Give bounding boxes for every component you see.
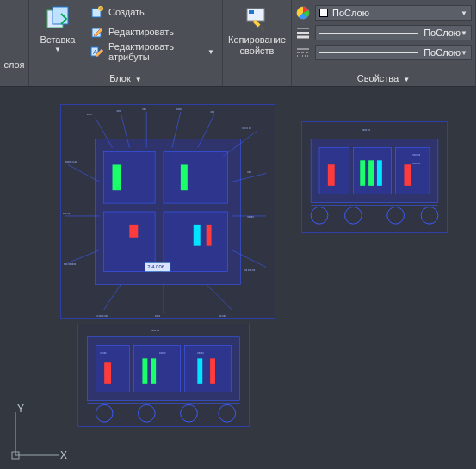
svg-text:xxxxx x-xx: xxxxx x-xx [65, 160, 77, 164]
chevron-down-icon: ▼ [205, 48, 214, 56]
svg-text:xxxx: xxxx [87, 113, 92, 116]
svg-line-35 [207, 284, 232, 310]
svg-text:xxxxxx: xxxxxx [412, 162, 420, 165]
block-body: Вставка ▼ Создать Редактировать [33, 3, 219, 71]
svg-rect-63 [377, 160, 382, 186]
edit-button[interactable]: Редактировать [86, 22, 219, 41]
insert-button[interactable]: Вставка ▼ [33, 3, 83, 71]
insert-icon [44, 5, 71, 33]
panel-clipboard: Копирование свойств [223, 0, 292, 86]
linetype-row: ПоСлою ▼ [295, 44, 472, 61]
lineweight-value: ПоСлою [423, 28, 461, 38]
svg-text:X: X [60, 449, 67, 461]
svg-text:Y: Y [17, 404, 24, 415]
svg-text:xxxxx: xxxxx [100, 351, 107, 355]
linetype-icon[interactable] [295, 45, 311, 60]
edit-attrs-label: Редактировать атрибуты [108, 41, 201, 62]
create-button[interactable]: Создать [86, 3, 219, 22]
block-panel-title[interactable]: Блок ▼ [33, 71, 219, 86]
svg-point-84 [139, 404, 156, 422]
svg-rect-77 [185, 346, 232, 392]
linetype-value: ПоСлою [423, 47, 461, 58]
edit-attrs-button[interactable]: A Редактировать атрибуты ▼ [86, 42, 219, 61]
props-panel-title[interactable]: Свойства ▼ [295, 71, 472, 86]
svg-rect-61 [360, 160, 365, 186]
svg-rect-18 [164, 152, 227, 204]
chevron-down-icon: ▼ [461, 49, 467, 57]
color-swatch [319, 9, 328, 17]
cad-drawing-side-2[interactable]: xxxx xx xxxxx xxxxx xxxxx [77, 324, 250, 427]
lineweight-preview [319, 33, 418, 34]
svg-rect-65 [404, 164, 411, 186]
svg-rect-22 [181, 164, 188, 190]
svg-line-37 [104, 284, 121, 310]
svg-text:xxx: xxx [211, 110, 215, 114]
drawing-canvas[interactable]: xxxxx x-xxxxx xx xxx xxxxxxxx xxxx xxx x… [0, 87, 476, 469]
svg-rect-81 [197, 358, 202, 384]
svg-text:xx xxxx xxx: xx xxxx xxx [96, 314, 109, 318]
create-label: Создать [108, 7, 145, 17]
svg-point-67 [345, 207, 362, 224]
chevron-down-icon: ▼ [403, 76, 410, 83]
match-props-label-2: свойств [240, 46, 275, 57]
panel-block: Вставка ▼ Создать Редактировать [29, 0, 223, 86]
svg-line-38 [68, 250, 100, 263]
svg-rect-82 [210, 358, 215, 384]
svg-rect-17 [104, 152, 156, 204]
props-body: ПоСлою ▼ ПоСлою ▼ [295, 3, 472, 71]
clip-panel-title [256, 58, 258, 72]
svg-point-83 [96, 404, 113, 422]
cad-drawing-side-1[interactable]: xxxx xx xxxxxx xxxxxx [301, 121, 448, 233]
svg-text:xxx xx: xxx xx [63, 212, 71, 215]
svg-line-40 [68, 164, 100, 182]
insert-label: Вставка [40, 34, 76, 46]
svg-text:xxx: xxx [116, 109, 121, 113]
color-wheel-icon[interactable] [295, 5, 311, 21]
svg-rect-78 [104, 362, 111, 384]
svg-text:xxxx xx: xxxx xx [362, 128, 370, 132]
block-stack: Создать Редактировать A Редактировать ат… [86, 3, 219, 71]
create-icon [90, 5, 104, 19]
layer-panel-title[interactable] [3, 71, 25, 86]
svg-rect-19 [104, 212, 156, 271]
svg-text:xxx x xx: xxx x xx [242, 127, 251, 130]
ucs-icon: X Y [7, 404, 67, 464]
svg-text:xxxxx: xxxxx [159, 351, 166, 355]
svg-rect-8 [249, 10, 254, 14]
lineweight-dropdown[interactable]: ПоСлою ▼ [315, 25, 472, 40]
svg-text:xx xxx xx: xx xxx xx [244, 268, 256, 272]
svg-text:xxx: xxx [247, 170, 251, 174]
match-properties-button[interactable]: Копирование свойств [226, 3, 288, 58]
cad-drawing-front[interactable]: xxxxx x-xxxxx xx xxx xxxxxxxx xxxx xxx x… [60, 104, 275, 319]
svg-text:xxxxx: xxxxx [247, 215, 254, 219]
svg-text:xx xxx: xx xxx [219, 314, 227, 318]
svg-point-68 [387, 207, 405, 224]
svg-rect-21 [113, 164, 121, 190]
svg-text:xxxxxx: xxxxxx [412, 153, 420, 157]
svg-point-85 [181, 404, 198, 422]
svg-rect-80 [151, 358, 156, 384]
match-props-label-1: Копирование [228, 34, 286, 46]
svg-point-69 [421, 207, 438, 224]
chevron-down-icon: ▼ [461, 29, 467, 37]
svg-rect-76 [134, 346, 181, 392]
edit-label: Редактировать [108, 27, 174, 37]
svg-point-86 [219, 404, 236, 422]
svg-rect-79 [142, 358, 147, 384]
layer-panel-label: слоя [3, 59, 25, 71]
color-dropdown[interactable]: ПоСлою ▼ [315, 5, 472, 21]
svg-rect-1 [53, 7, 68, 24]
svg-rect-62 [368, 160, 374, 186]
ribbon: слоя Вставка ▼ Создать [0, 0, 476, 87]
svg-point-66 [311, 207, 328, 224]
lineweight-icon[interactable] [295, 25, 311, 40]
panel-properties: ПоСлою ▼ ПоСлою ▼ [292, 0, 476, 86]
svg-text:xxx: xxx [142, 108, 146, 111]
linetype-dropdown[interactable]: ПоСлою ▼ [315, 45, 472, 60]
svg-rect-24 [194, 225, 201, 246]
svg-rect-23 [129, 225, 138, 238]
svg-text:xxxx: xxxx [155, 314, 160, 318]
edit-attrs-icon: A [90, 45, 104, 59]
svg-text:xxx xxxxxx: xxx xxxxxx [64, 262, 77, 266]
svg-rect-25 [207, 225, 212, 246]
